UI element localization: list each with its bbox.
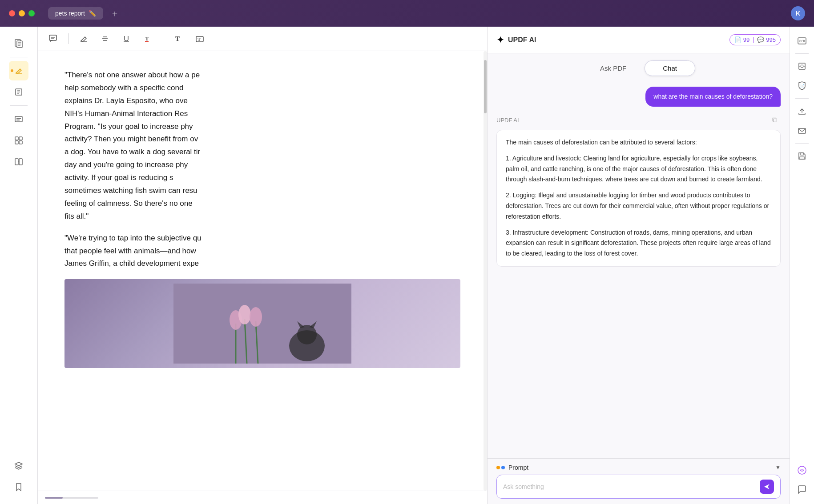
underline-tool[interactable] <box>118 31 134 47</box>
traffic-lights <box>9 10 35 16</box>
user-message: what are the main causes of deforestatio… <box>496 87 781 107</box>
text-color-tool[interactable]: T <box>140 31 156 47</box>
credits-divider <box>753 37 754 43</box>
email-icon[interactable] <box>793 122 811 140</box>
svg-text:T: T <box>145 35 149 42</box>
copy-icon[interactable]: ⧉ <box>768 114 781 126</box>
user-bubble: what are the main causes of deforestatio… <box>645 87 781 107</box>
edit-tab-icon[interactable]: ✏️ <box>89 10 96 17</box>
doc-bottom-bar <box>38 491 487 504</box>
ai-title: UPDF AI <box>508 36 536 44</box>
svg-rect-19 <box>19 159 22 165</box>
active-tab[interactable]: pets report ✏️ <box>48 7 103 20</box>
main-container: T T T "There's not one answer <box>0 27 814 504</box>
svg-rect-34 <box>173 284 351 364</box>
strikethrough-tool[interactable] <box>97 31 113 47</box>
close-button[interactable] <box>9 10 15 16</box>
svg-point-42 <box>297 325 317 344</box>
toolbar: T T T <box>38 27 487 51</box>
tab-title: pets report <box>55 10 85 17</box>
prompt-input[interactable] <box>503 483 755 490</box>
tab-chat[interactable]: Chat <box>645 60 695 76</box>
user-avatar[interactable]: K <box>791 6 805 20</box>
file-protect-icon[interactable]: 📄 <box>793 77 811 95</box>
ai-sender-name: UPDF AI <box>496 117 519 124</box>
svg-text:T: T <box>175 35 180 42</box>
highlighter-tool[interactable] <box>76 31 92 47</box>
prompt-dots <box>496 466 505 469</box>
sidebar-item-compare[interactable] <box>9 152 28 172</box>
tab-bar: pets report ✏️ ＋ <box>48 7 123 20</box>
sidebar-divider-1 <box>10 57 28 57</box>
ai-response-bubble: The main causes of deforestation can be … <box>496 130 781 267</box>
svg-text:OCR: OCR <box>799 40 805 43</box>
svg-point-39 <box>238 305 251 324</box>
right-divider-3 <box>795 143 809 144</box>
right-divider-1 <box>795 53 809 54</box>
toolbar-divider-2 <box>163 33 163 44</box>
ai-response-p3: 2. Logging: Illegal and unsustainable lo… <box>506 190 771 222</box>
right-divider-2 <box>795 98 809 99</box>
text-tool[interactable]: T <box>170 31 186 47</box>
document-area: T T T "There's not one answer <box>38 27 487 504</box>
right-sidebar: OCR 📄 <box>790 27 814 504</box>
doc-scrollbar[interactable] <box>484 51 487 491</box>
scan-icon[interactable] <box>793 57 811 75</box>
comment-tool[interactable] <box>45 31 61 47</box>
updf-ai-icon[interactable] <box>793 461 811 479</box>
prompt-area: Prompt ▼ <box>488 458 790 504</box>
ai-header-actions: 📄 99 💬 995 <box>729 34 781 45</box>
prompt-dot-amber <box>496 466 500 469</box>
svg-rect-17 <box>19 141 22 144</box>
svg-rect-52 <box>798 128 806 133</box>
sidebar-divider-2 <box>10 105 28 106</box>
scroll-indicator <box>45 497 98 499</box>
title-bar: pets report ✏️ ＋ K <box>0 0 814 27</box>
tab-ask-pdf[interactable]: Ask PDF <box>582 60 645 76</box>
minimize-button[interactable] <box>19 10 25 16</box>
pdf-icon: 📄 <box>734 36 741 43</box>
upload-icon[interactable] <box>793 102 811 120</box>
save-icon[interactable] <box>793 147 811 165</box>
svg-point-40 <box>250 307 262 327</box>
sidebar-item-edit[interactable] <box>9 82 28 102</box>
ai-response-p4: 3. Infrastructure development: Construct… <box>506 228 771 259</box>
maximize-button[interactable] <box>28 10 35 16</box>
svg-rect-21 <box>49 35 56 40</box>
ai-response-p2: 1. Agriculture and livestock: Clearing l… <box>506 153 771 185</box>
chat-icon[interactable] <box>793 481 811 499</box>
svg-rect-11 <box>15 116 22 122</box>
ai-header: ✦ UPDF AI 📄 99 💬 995 <box>488 27 790 53</box>
sidebar-item-highlight[interactable] <box>9 61 28 80</box>
sidebar-item-layers[interactable] <box>9 456 28 476</box>
msg-count: 995 <box>766 36 776 43</box>
paragraph-1: "There's not one answer about how a pe h… <box>64 69 460 223</box>
ai-panel: ✦ UPDF AI 📄 99 💬 995 Ask PDF Chat <box>487 27 790 504</box>
sidebar-item-redact[interactable] <box>9 109 28 129</box>
sidebar-item-organize[interactable] <box>9 131 28 150</box>
sidebar-item-bookmark[interactable] <box>9 477 28 497</box>
ai-response-p1: The main causes of deforestation can be … <box>506 137 771 148</box>
ai-credits-badge[interactable]: 📄 99 💬 995 <box>729 34 781 45</box>
prompt-dot-blue <box>501 466 505 469</box>
svg-rect-14 <box>15 137 18 140</box>
ai-logo: ✦ UPDF AI <box>496 34 536 46</box>
ocr-tool-icon[interactable]: OCR <box>793 32 811 50</box>
svg-rect-18 <box>15 159 18 165</box>
prompt-selector[interactable]: Prompt ▼ <box>496 464 781 471</box>
add-tab-button[interactable]: ＋ <box>107 7 123 20</box>
svg-rect-30 <box>145 41 149 42</box>
toolbar-divider-1 <box>68 33 69 44</box>
prompt-label: Prompt <box>508 464 528 471</box>
ai-message-header: UPDF AI ⧉ <box>496 114 781 126</box>
textbox-tool[interactable]: T <box>192 31 208 47</box>
send-button[interactable] <box>760 480 774 494</box>
ai-tabs: Ask PDF Chat <box>488 53 790 80</box>
document-image <box>64 279 460 368</box>
chat-messages: what are the main causes of deforestatio… <box>488 80 790 458</box>
document-text: "There's not one answer about how a pe h… <box>38 51 487 491</box>
document-content: "There's not one answer about how a pe h… <box>38 51 487 491</box>
ai-message: UPDF AI ⧉ The main causes of deforestati… <box>496 114 781 267</box>
sidebar-item-pages[interactable] <box>9 34 28 53</box>
updf-logo-icon: ✦ <box>496 34 504 46</box>
